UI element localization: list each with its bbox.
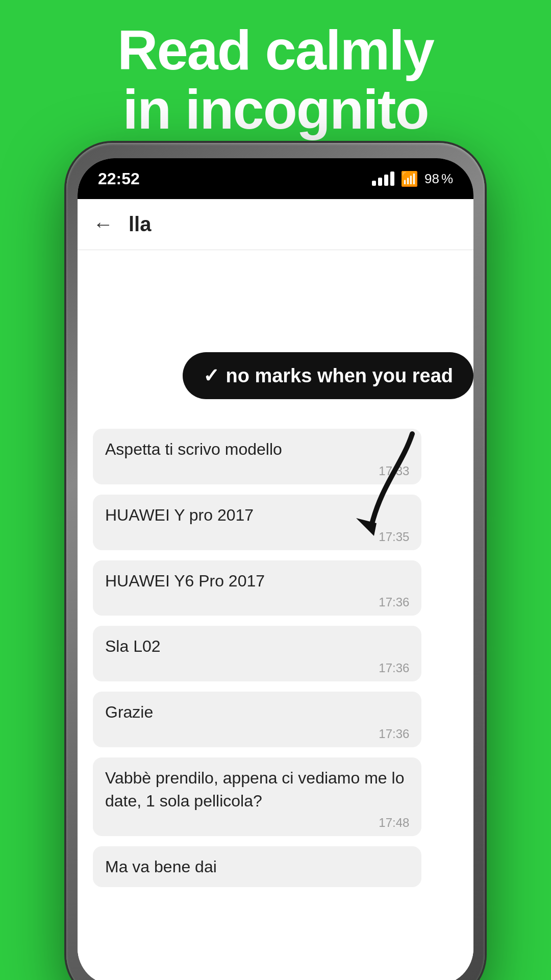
phone-screen: 22:52 📶 98 % <box>78 158 473 980</box>
chat-name: lla <box>129 213 151 236</box>
message-time: 17:48 <box>105 816 409 830</box>
message-time: 17:36 <box>105 661 409 675</box>
phone-shell: 22:52 📶 98 % <box>66 143 485 980</box>
table-row: Sla L02 17:36 <box>93 626 421 681</box>
tooltip-bubble: ✓ no marks when you read <box>183 352 473 399</box>
wifi-icon: 📶 <box>400 170 418 187</box>
status-bar: 22:52 📶 98 % <box>78 158 473 199</box>
message-text: Vabbè prendilo, appena ci vediamo me lo … <box>105 767 409 813</box>
table-row: Ma va bene dai <box>93 846 421 888</box>
battery-percentage: 98 <box>424 171 439 187</box>
message-text: Ma va bene dai <box>105 855 409 878</box>
back-button[interactable]: ← <box>93 213 113 236</box>
tooltip-text: no marks when you read <box>226 365 453 387</box>
tooltip-checkmark: ✓ <box>203 364 219 387</box>
signal-icon <box>372 172 394 186</box>
app-header: ← lla <box>78 199 473 250</box>
arrow-pointer <box>341 424 433 538</box>
message-time: 17:36 <box>105 727 409 741</box>
chat-area: ✓ no marks when you read Aspetta ti scri… <box>78 250 473 980</box>
table-row: Vabbè prendilo, appena ci vediamo me lo … <box>93 757 421 836</box>
status-time: 22:52 <box>98 169 140 188</box>
table-row: Grazie 17:36 <box>93 692 421 747</box>
promo-heading: Read calmly in incognito <box>0 20 551 138</box>
notch <box>224 158 327 179</box>
message-time: 17:36 <box>105 595 409 609</box>
message-text: Grazie <box>105 701 409 724</box>
status-icons: 📶 98 % <box>372 170 453 187</box>
heading-line2: in incognito <box>122 78 428 140</box>
battery-icon: 98 % <box>424 171 453 187</box>
message-text: HUAWEI Y6 Pro 2017 <box>105 570 409 593</box>
table-row: HUAWEI Y6 Pro 2017 17:36 <box>93 560 421 616</box>
message-text: Sla L02 <box>105 635 409 658</box>
heading-line1: Read calmly <box>117 18 434 81</box>
phone-mockup: 22:52 📶 98 % <box>66 143 485 980</box>
